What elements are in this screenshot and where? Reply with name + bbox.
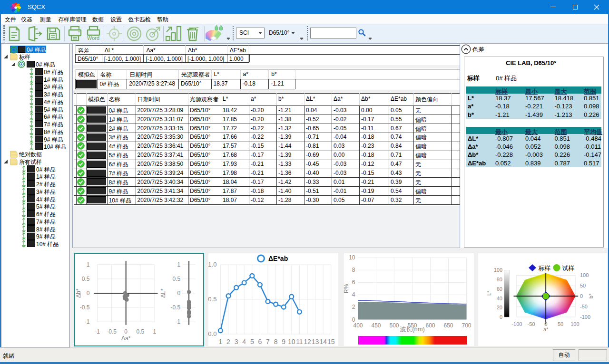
svg-text:100: 100	[570, 321, 579, 327]
svg-text:11: 11	[296, 338, 303, 345]
svg-text:500: 500	[389, 322, 399, 329]
svg-text:-50: -50	[580, 304, 588, 309]
svg-text:10: 10	[349, 254, 355, 261]
svg-text:40: 40	[497, 296, 502, 301]
svg-text:-100: -100	[580, 314, 590, 320]
svg-text:2: 2	[352, 304, 355, 310]
svg-text:标样: 标样	[539, 265, 551, 272]
svg-text:4: 4	[352, 291, 355, 298]
svg-text:-1: -1	[85, 318, 90, 325]
svg-text:-0.5: -0.5	[170, 304, 180, 311]
svg-text:100: 100	[580, 272, 589, 278]
svg-text:650: 650	[443, 322, 453, 329]
svg-text:b*: b*	[588, 293, 594, 298]
svg-text:1.0: 1.0	[208, 261, 216, 268]
svg-text:2: 2	[226, 338, 230, 345]
svg-text:600: 600	[425, 322, 435, 329]
svg-text:0: 0	[124, 328, 128, 335]
svg-text:Δa*: Δa*	[121, 335, 131, 342]
svg-text:14: 14	[319, 338, 327, 345]
svg-text:6: 6	[258, 338, 262, 345]
svg-text:700: 700	[462, 322, 471, 329]
svg-text:5: 5	[250, 338, 254, 345]
svg-text:450: 450	[371, 322, 381, 329]
svg-text:0: 0	[580, 293, 583, 299]
svg-text:0.5: 0.5	[136, 328, 144, 335]
svg-text:试样: 试样	[562, 265, 575, 272]
svg-text:ΔL*: ΔL*	[160, 288, 167, 298]
svg-text:1: 1	[153, 328, 157, 335]
svg-text:波长(nm): 波长(nm)	[400, 326, 425, 333]
svg-text:0.0: 0.0	[208, 330, 216, 337]
svg-text:7: 7	[266, 338, 270, 345]
svg-text:400: 400	[353, 322, 363, 329]
svg-text:-1: -1	[95, 328, 100, 335]
svg-text:0: 0	[500, 314, 502, 320]
svg-text:a*: a*	[543, 326, 549, 332]
svg-text:10: 10	[288, 338, 295, 345]
svg-text:50: 50	[558, 321, 563, 327]
svg-text:Word: Word	[87, 35, 99, 41]
svg-text:50: 50	[580, 283, 586, 288]
svg-text:1: 1	[177, 261, 180, 268]
svg-text:-50: -50	[528, 321, 535, 327]
svg-text:13: 13	[312, 338, 319, 345]
svg-text:Δb*: Δb*	[75, 288, 82, 298]
svg-text:12: 12	[304, 338, 311, 345]
svg-text:0: 0	[87, 290, 90, 297]
svg-text:80: 80	[497, 277, 502, 282]
svg-text:0: 0	[352, 316, 355, 323]
svg-text:60: 60	[497, 286, 502, 292]
svg-text:-0.5: -0.5	[107, 328, 117, 335]
svg-text:1: 1	[219, 338, 223, 345]
svg-text:0: 0	[177, 290, 180, 297]
svg-text:8: 8	[352, 267, 355, 273]
svg-text:6: 6	[352, 279, 355, 286]
svg-text:L*: L*	[486, 290, 492, 296]
svg-text:0.5: 0.5	[82, 276, 90, 282]
svg-text:ΔE*ab: ΔE*ab	[268, 255, 288, 262]
svg-text:R%: R%	[344, 284, 350, 293]
svg-text:4: 4	[242, 338, 246, 345]
svg-text:0.5: 0.5	[172, 276, 180, 282]
svg-text:8: 8	[274, 338, 278, 345]
svg-text:3: 3	[235, 338, 238, 345]
svg-text:-1: -1	[175, 318, 180, 325]
svg-text:9: 9	[282, 338, 285, 345]
svg-text:-0.5: -0.5	[80, 304, 90, 311]
svg-text:15: 15	[327, 338, 335, 345]
svg-text:20: 20	[497, 305, 502, 310]
svg-text:-100: -100	[511, 321, 522, 327]
svg-text:0.5: 0.5	[208, 296, 216, 303]
svg-text:100: 100	[494, 267, 502, 273]
svg-text:1: 1	[87, 261, 90, 268]
